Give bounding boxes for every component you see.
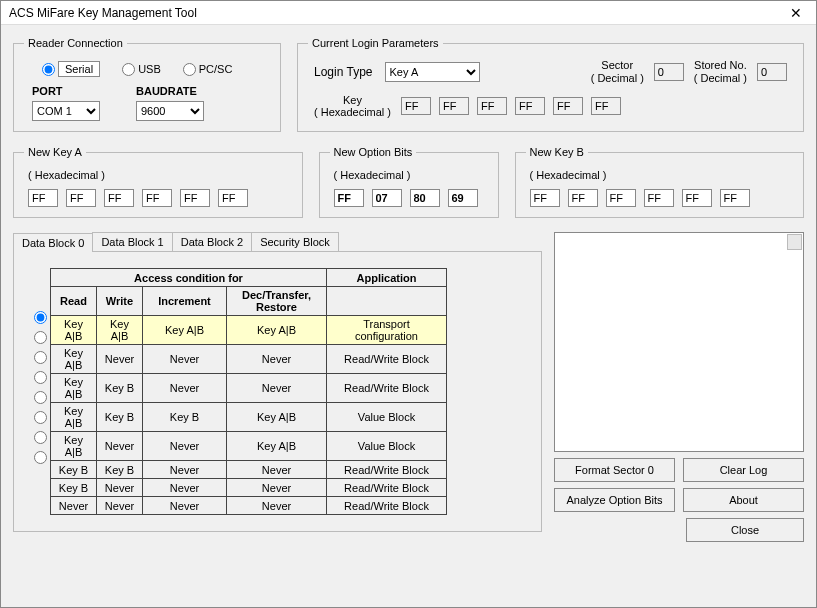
opt-0[interactable] [334, 189, 364, 207]
table-row: Key BKey BNeverNeverRead/Write Block [51, 461, 447, 479]
login-key-1 [439, 97, 469, 115]
keyb-0[interactable] [530, 189, 560, 207]
close-button[interactable]: Close [686, 518, 804, 542]
window-title: ACS MiFare Key Management Tool [9, 6, 197, 20]
table-row: NeverNeverNeverNeverRead/Write Block [51, 497, 447, 515]
keya-5[interactable] [218, 189, 248, 207]
keyb-5[interactable] [720, 189, 750, 207]
content-area: Reader Connection Serial USB PC/SC PORT … [1, 25, 816, 554]
format-sector-button[interactable]: Format Sector 0 [554, 458, 675, 482]
row-radio-0[interactable] [34, 311, 47, 324]
keyb-3[interactable] [644, 189, 674, 207]
table-row: Key A|BKey BKey BKey A|BValue Block [51, 403, 447, 432]
tabs: Data Block 0 Data Block 1 Data Block 2 S… [13, 232, 542, 251]
login-type-label: Login Type [314, 65, 373, 79]
new-key-b-group: New Key B ( Hexadecimal ) [515, 146, 805, 218]
row-radio-6[interactable] [34, 431, 47, 444]
row-radio-2[interactable] [34, 351, 47, 364]
row-radio-4[interactable] [34, 391, 47, 404]
tab-datablock1[interactable]: Data Block 1 [92, 232, 172, 251]
radio-serial[interactable]: Serial [42, 61, 100, 77]
login-params-group: Current Login Parameters Login Type Key … [297, 37, 804, 132]
login-legend: Current Login Parameters [308, 37, 443, 49]
keyb-2[interactable] [606, 189, 636, 207]
opt-2[interactable] [410, 189, 440, 207]
radio-pcsc[interactable]: PC/SC [183, 63, 233, 76]
opt-3[interactable] [448, 189, 478, 207]
table-row: Key BNeverNeverNeverRead/Write Block [51, 479, 447, 497]
keya-4[interactable] [180, 189, 210, 207]
keya-3[interactable] [142, 189, 172, 207]
option-bits-group: New Option Bits ( Hexadecimal ) [319, 146, 499, 218]
option-bits-legend: New Option Bits [330, 146, 417, 158]
table-row: Key A|BNeverNeverNeverRead/Write Block [51, 345, 447, 374]
keya-2[interactable] [104, 189, 134, 207]
keya-1[interactable] [66, 189, 96, 207]
table-row: Key A|BKey A|BKey A|BKey A|BTransport co… [51, 316, 447, 345]
key-label: Key( Hexadecimal ) [314, 94, 391, 118]
row-radio-5[interactable] [34, 411, 47, 424]
sector-label: Sector( Decimal ) [591, 59, 644, 84]
clear-log-button[interactable]: Clear Log [683, 458, 804, 482]
close-icon[interactable]: ✕ [784, 5, 808, 21]
scrollbar-up-icon[interactable] [787, 234, 802, 250]
tab-panel: Access condition for Application Read Wr… [13, 251, 542, 532]
login-key-hex [401, 97, 621, 115]
tab-datablock0[interactable]: Data Block 0 [13, 233, 93, 252]
reader-legend: Reader Connection [24, 37, 127, 49]
analyze-option-bits-button[interactable]: Analyze Option Bits [554, 488, 675, 512]
login-type-select[interactable]: Key A [385, 62, 480, 82]
log-area[interactable] [554, 232, 804, 452]
app-window: ACS MiFare Key Management Tool ✕ Reader … [0, 0, 817, 608]
login-key-4 [553, 97, 583, 115]
about-button[interactable]: About [683, 488, 804, 512]
row-radio-1[interactable] [34, 331, 47, 344]
new-key-a-group: New Key A ( Hexadecimal ) [13, 146, 303, 218]
access-table: Access condition for Application Read Wr… [50, 268, 447, 515]
row-radio-column [28, 268, 50, 515]
reader-connection-group: Reader Connection Serial USB PC/SC PORT … [13, 37, 281, 132]
login-key-3 [515, 97, 545, 115]
port-label: PORT [32, 85, 100, 97]
tab-datablock2[interactable]: Data Block 2 [172, 232, 252, 251]
keyb-1[interactable] [568, 189, 598, 207]
tab-securityblock[interactable]: Security Block [251, 232, 339, 251]
new-key-a-legend: New Key A [24, 146, 86, 158]
login-key-0 [401, 97, 431, 115]
stored-label: Stored No.( Decimal ) [694, 59, 747, 84]
table-row: Key A|BNeverNeverKey A|BValue Block [51, 432, 447, 461]
row-radio-3[interactable] [34, 371, 47, 384]
login-key-5 [591, 97, 621, 115]
radio-usb[interactable]: USB [122, 63, 161, 76]
login-key-2 [477, 97, 507, 115]
stored-input [757, 63, 787, 81]
baud-select[interactable]: 9600 [136, 101, 204, 121]
keya-0[interactable] [28, 189, 58, 207]
titlebar: ACS MiFare Key Management Tool ✕ [1, 1, 816, 25]
keyb-4[interactable] [682, 189, 712, 207]
sector-input [654, 63, 684, 81]
row-radio-7[interactable] [34, 451, 47, 464]
baud-label: BAUDRATE [136, 85, 204, 97]
opt-1[interactable] [372, 189, 402, 207]
port-select[interactable]: COM 1 [32, 101, 100, 121]
new-key-b-legend: New Key B [526, 146, 588, 158]
table-row: Key A|BKey BNeverNeverRead/Write Block [51, 374, 447, 403]
